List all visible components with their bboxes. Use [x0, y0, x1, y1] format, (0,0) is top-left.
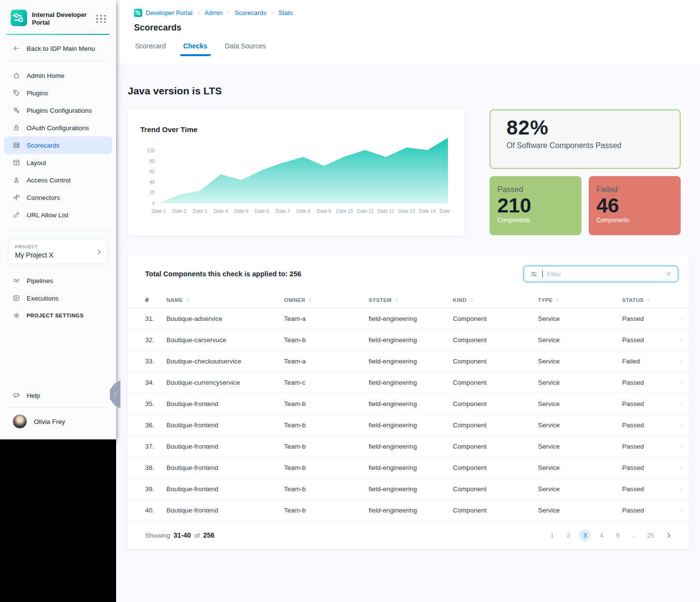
pipelines-icon [13, 277, 20, 285]
sidebar-item-connectors[interactable]: Connectors [4, 189, 112, 206]
cell-owner: Team-b [284, 336, 369, 344]
table-row[interactable]: 40.Boutique-frontendTeam-bfield-engineer… [128, 500, 689, 521]
back-to-main-menu[interactable]: Back to IDP Main Menu [0, 35, 116, 60]
passed-caption: Components [497, 217, 581, 224]
y-tick-label: 80 [149, 159, 155, 164]
column-header-type[interactable]: TYPE [538, 297, 622, 303]
app-title: Internal Developer Portal [32, 11, 91, 27]
link-icon [13, 211, 20, 219]
table-row[interactable]: 39.Boutique-frontendTeam-bfield-engineer… [128, 479, 689, 500]
avatar [13, 414, 27, 429]
table-row[interactable]: 36.Boutique-frontendTeam-bfield-engineer… [128, 415, 689, 436]
table-row[interactable]: 32.Boutique-carservuceTeam-bfield-engine… [128, 330, 689, 351]
sidebar-item-project-settings[interactable]: PROJECT SETTINGS [4, 307, 112, 324]
x-tick-label: Date 4 [213, 209, 228, 214]
cell-num: 36. [145, 421, 166, 429]
sidebar-nav: Admin HomePluginsPlugins ConfigurationsO… [0, 61, 116, 224]
sidebar-item-access-control[interactable]: Access Control [4, 171, 112, 189]
cell-name: Boutique-carservuce [166, 336, 284, 344]
area-chart-svg: 020406080100Date 1Date 2Date 3Date 4Date… [140, 135, 450, 216]
user-menu[interactable]: Olivia Frey [0, 407, 116, 439]
sidebar-item-admin-home[interactable]: Admin Home [4, 67, 112, 84]
column-label: TYPE [538, 297, 552, 303]
cell-name: Boutique-frontend [166, 400, 284, 407]
breadcrumb-link[interactable]: Admin [205, 9, 223, 16]
table-row[interactable]: 31.Boutique-adserviceTeam-afield-enginee… [128, 308, 689, 330]
sidebar-item-layout[interactable]: Layout [4, 154, 112, 171]
sidebar-item-label: Plugins [27, 90, 48, 97]
sidebar-item-oauth-configurations[interactable]: OAuth Configurations [4, 119, 112, 136]
help-button[interactable]: Help [0, 386, 116, 407]
sidebar-item-executions[interactable]: Executions [4, 289, 112, 307]
failed-label: Failed [596, 185, 681, 194]
y-tick-label: 20 [149, 190, 155, 196]
lock-icon [13, 124, 20, 132]
table-row[interactable]: 35.Boutique-frontendTeam-bfield-engineer… [128, 393, 689, 415]
sidebar-item-pipelines[interactable]: Pipelines [4, 272, 112, 289]
project-selector[interactable]: PROJECT My Project X [8, 240, 108, 264]
cell-name: Boutique-adservice [166, 315, 284, 322]
breadcrumb-link[interactable]: Developer Portal [146, 9, 193, 16]
table-row[interactable]: 38.Boutique-frontendTeam-bfield-engineer… [128, 457, 689, 479]
page-button-4[interactable]: 4 [596, 529, 607, 541]
column-header-kind[interactable]: KIND [453, 297, 538, 303]
table-row[interactable]: 37.Boutique-frontendTeam-bfield-engineer… [128, 436, 689, 457]
cell-type: Service [538, 379, 622, 386]
table-row[interactable]: 33.Boutique-checkoutserviceTeam-afield-e… [128, 351, 689, 372]
sidebar-item-plugins[interactable]: Plugins [4, 84, 112, 102]
idp-logo-icon [11, 10, 27, 28]
column-header-system[interactable]: SYSTEM [369, 297, 453, 303]
cell-type: Service [538, 421, 622, 429]
back-label: Back to IDP Main Menu [27, 45, 95, 52]
breadcrumb-link[interactable]: Scorecards [235, 9, 267, 16]
cell-kind: Component [453, 400, 538, 407]
cell-status: Passed [622, 464, 677, 471]
cell-num: 37. [145, 443, 166, 450]
x-tick-label: Date 8 [296, 209, 311, 214]
x-tick-label: Date 13 [398, 209, 415, 214]
tab-data-sources[interactable]: Data Sources [225, 42, 266, 56]
row-chevron-icon: › [680, 379, 684, 386]
cell-owner: Team-b [284, 485, 369, 493]
column-header-owner[interactable]: OWNER [284, 297, 369, 303]
cell-num: 35. [145, 400, 166, 407]
project-label: PROJECT [15, 244, 102, 249]
tab-scorecard[interactable]: Scorecard [135, 42, 166, 56]
breadcrumb-link[interactable]: Stats [278, 9, 293, 16]
page-button-5[interactable]: 5 [612, 529, 624, 541]
column-header-name[interactable]: NAME [166, 297, 284, 303]
tab-checks[interactable]: Checks [183, 42, 208, 56]
app-grid-icon[interactable] [96, 15, 106, 23]
page-button-1[interactable]: 1 [546, 529, 558, 541]
failed-caption: Components [596, 217, 681, 224]
cell-status: Passed [622, 507, 677, 514]
chart-title: Trend Over Time [140, 125, 452, 134]
cell-name: Boutique-frontend [166, 464, 284, 471]
cell-system: field-engineering [369, 379, 453, 386]
percent-value: 82% [506, 116, 680, 139]
page-button-25[interactable]: 25 [645, 529, 656, 541]
trend-chart-card: Trend Over Time 020406080100Date 1Date 2… [128, 109, 464, 236]
cell-system: field-engineering [369, 443, 453, 450]
table-row[interactable]: 34.Boutique-currencyserviceTeam-cfield-e… [128, 372, 689, 393]
column-header-status[interactable]: STATUS [622, 297, 677, 303]
filter-sliders-icon[interactable] [530, 270, 538, 278]
cell-num: 31. [145, 315, 166, 322]
filter-input[interactable] [547, 271, 661, 278]
sidebar-item-scorecards[interactable]: Scorecards [4, 136, 112, 154]
sidebar-item-url-allow-list[interactable]: URL Allow List [4, 206, 112, 224]
cell-kind: Component [453, 358, 538, 365]
sidebar: Internal Developer Portal Back to IDP Ma… [0, 0, 116, 439]
row-chevron-icon: › [680, 443, 684, 450]
sidebar-item-plugins-configurations[interactable]: Plugins Configurations [4, 102, 112, 119]
page-button-2[interactable]: 2 [563, 529, 574, 541]
cell-status: Passed [622, 421, 677, 429]
page-button-3[interactable]: 3 [579, 529, 591, 541]
x-tick-label: Date 3 [193, 209, 208, 214]
cell-status: Passed [622, 315, 677, 322]
cell-num: 34. [145, 379, 166, 386]
next-page-button[interactable] [665, 532, 672, 539]
filter-clear-button[interactable] [665, 271, 672, 277]
cell-status: Passed [622, 443, 677, 450]
cell-system: field-engineering [369, 336, 453, 344]
